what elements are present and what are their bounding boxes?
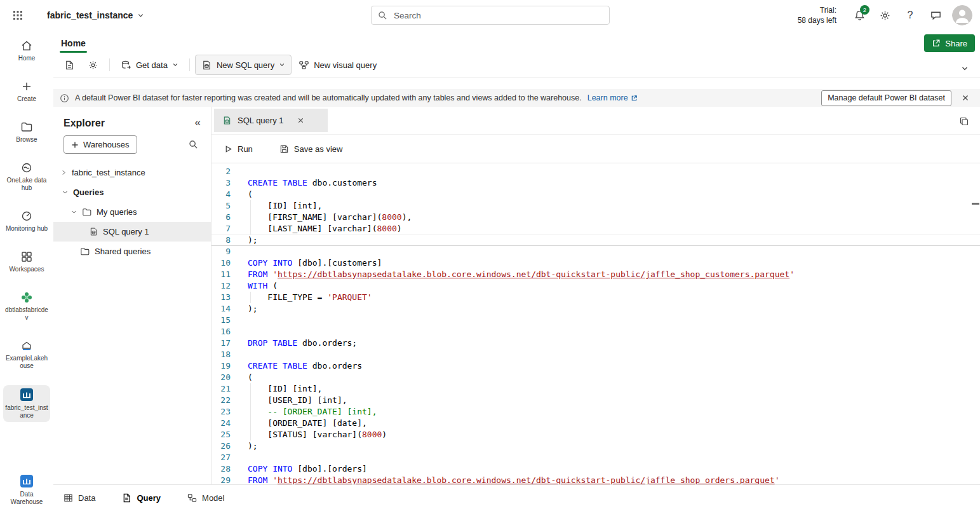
code-line[interactable]: 3CREATE TABLE dbo.customers bbox=[211, 177, 980, 189]
view-tab-data[interactable]: Data bbox=[64, 493, 95, 503]
explorer-header: Explorer « bbox=[53, 107, 211, 135]
query-doc-icon bbox=[122, 493, 131, 503]
chevron-down-icon bbox=[61, 189, 69, 195]
rail-item-fabric-test-instance[interactable]: fabric_test_instance bbox=[3, 385, 50, 422]
code-line[interactable]: 23 -- [ORDER_DATE] [int], bbox=[211, 406, 980, 418]
home-icon bbox=[20, 39, 33, 52]
warehouse-icon bbox=[20, 388, 34, 402]
view-tab-model[interactable]: Model bbox=[187, 493, 224, 503]
tree-item-warehouse[interactable]: fabric_test_instance bbox=[53, 163, 211, 182]
tree-item-label: My queries bbox=[97, 207, 137, 217]
tab-sql-query-1[interactable]: SQL query 1 bbox=[214, 109, 328, 132]
monitoring-icon bbox=[20, 210, 33, 222]
get-data-button[interactable]: Get data bbox=[115, 55, 184, 74]
query-settings-button[interactable] bbox=[82, 55, 104, 74]
workspace-switcher[interactable]: fabric_test_instance bbox=[47, 0, 144, 31]
view-tab-query[interactable]: Query bbox=[122, 493, 161, 503]
folder-icon bbox=[20, 121, 33, 133]
code-line[interactable]: 12WITH ( bbox=[211, 280, 980, 292]
code-line[interactable]: 11FROM 'https://dbtlabsynapsedatalake.bl… bbox=[211, 269, 980, 280]
run-icon bbox=[224, 145, 232, 153]
plus-icon bbox=[20, 80, 33, 93]
code-line[interactable]: 2 bbox=[211, 166, 980, 177]
run-button[interactable]: Run bbox=[220, 141, 257, 157]
code-line[interactable]: 7 [LAST_NAME] [varchar](8000) bbox=[211, 223, 980, 235]
rail-item-monitoring-hub[interactable]: Monitoring hub bbox=[3, 207, 50, 235]
account-avatar[interactable] bbox=[952, 5, 972, 25]
manage-default-dataset-button[interactable]: Manage default Power BI dataset bbox=[821, 90, 951, 106]
code-line[interactable]: 28COPY INTO [dbo].[orders] bbox=[211, 463, 980, 475]
rail-item-label: Create bbox=[17, 95, 36, 103]
rail-item-home[interactable]: Home bbox=[3, 37, 50, 65]
add-warehouses-button[interactable]: Warehouses bbox=[64, 135, 137, 154]
code-line[interactable]: 10COPY INTO [dbo].[customers] bbox=[211, 257, 980, 269]
code-line[interactable]: 29FROM 'https://dbtlabsynapsedatalake.bl… bbox=[211, 475, 980, 484]
tab-close-icon[interactable] bbox=[295, 114, 307, 127]
gear-icon bbox=[88, 60, 98, 71]
learn-more-link[interactable]: Learn more bbox=[587, 93, 638, 102]
rail-item-data-warehouse[interactable]: Data Warehouse bbox=[3, 472, 50, 508]
rail-item-examplelakehouse[interactable]: ExampleLakehouse bbox=[3, 337, 50, 372]
rail-item-onelake-data-hub[interactable]: OneLake data hub bbox=[3, 159, 50, 194]
line-number: 14 bbox=[211, 303, 231, 315]
code-line[interactable]: 9 bbox=[211, 246, 980, 257]
waffle-menu-icon[interactable] bbox=[8, 5, 28, 25]
bottom-view-switcher: Data Query Model bbox=[53, 484, 980, 511]
code-line[interactable]: 5 [ID] [int], bbox=[211, 200, 980, 212]
tree-item-queries[interactable]: Queries bbox=[53, 182, 211, 202]
code-line[interactable]: 18 bbox=[211, 349, 980, 360]
tree-item-sql-query-1[interactable]: SQL query 1 bbox=[53, 222, 211, 242]
tree-item-my-queries[interactable]: My queries bbox=[53, 202, 211, 222]
save-as-view-button[interactable]: Save as view bbox=[276, 141, 347, 157]
code-line[interactable]: 15 bbox=[211, 315, 980, 326]
sql-code-editor[interactable]: 23CREATE TABLE dbo.customers4(5 [ID] [in… bbox=[211, 163, 980, 484]
help-icon: ? bbox=[908, 10, 913, 21]
code-line[interactable]: 6 [FIRST_NAME] [varchar](8000), bbox=[211, 212, 980, 223]
rail-item-label: Data Warehouse bbox=[4, 491, 49, 506]
code-line[interactable]: 17DROP TABLE dbo.orders; bbox=[211, 337, 980, 349]
new-query-shortcut-button[interactable] bbox=[58, 55, 81, 74]
code-line[interactable]: 26); bbox=[211, 440, 980, 452]
rail-item-browse[interactable]: Browse bbox=[3, 118, 50, 146]
banner-close-icon[interactable] bbox=[957, 90, 974, 106]
help-button[interactable]: ? bbox=[897, 3, 923, 28]
code-line[interactable]: 16 bbox=[211, 326, 980, 337]
tab-home[interactable]: Home bbox=[55, 36, 92, 53]
line-number: 11 bbox=[211, 269, 231, 280]
tree-item-shared-queries[interactable]: Shared queries bbox=[53, 242, 211, 261]
new-visual-query-button[interactable]: New visual query bbox=[293, 55, 382, 74]
rail-item-workspaces[interactable]: Workspaces bbox=[3, 248, 50, 276]
rail-item-dbtlabsfabricdev[interactable]: dbtlabsfabricdev bbox=[3, 289, 50, 324]
chevron-right-icon bbox=[60, 170, 67, 175]
code-line[interactable]: 8); bbox=[211, 235, 980, 246]
code-line[interactable]: 24 [ORDER_DATE] [date], bbox=[211, 418, 980, 429]
line-number: 16 bbox=[211, 326, 231, 337]
collapse-panel-icon[interactable]: « bbox=[195, 116, 201, 129]
code-line[interactable]: 4( bbox=[211, 189, 980, 200]
code-line[interactable]: 13 FILE_TYPE = 'PARQUET' bbox=[211, 292, 980, 303]
code-line[interactable]: 22 [USER_ID] [int], bbox=[211, 395, 980, 406]
copy-icon[interactable] bbox=[957, 114, 972, 129]
notifications-button[interactable]: 2 bbox=[847, 3, 872, 28]
share-button[interactable]: Share bbox=[924, 34, 975, 52]
settings-button[interactable] bbox=[872, 3, 897, 28]
chevron-down-icon bbox=[279, 62, 285, 68]
code-line[interactable]: 21 [ID] [int], bbox=[211, 383, 980, 395]
search-input[interactable] bbox=[393, 10, 603, 21]
tree-item-label: fabric_test_instance bbox=[72, 168, 145, 177]
code-line[interactable]: 27 bbox=[211, 452, 980, 463]
top-bar: fabric_test_instance Trial: 58 days left… bbox=[0, 0, 980, 31]
code-line[interactable]: 25 [STATUS] [varchar](8000) bbox=[211, 429, 980, 440]
rail-item-create[interactable]: Create bbox=[3, 78, 50, 106]
feedback-button[interactable] bbox=[923, 3, 948, 28]
tree-item-label: Shared queries bbox=[95, 247, 151, 256]
new-sql-query-button[interactable]: New SQL query bbox=[195, 55, 292, 75]
code-editor-lines: 23CREATE TABLE dbo.customers4(5 [ID] [in… bbox=[211, 166, 980, 484]
code-line[interactable]: 14); bbox=[211, 303, 980, 315]
code-line[interactable]: 20( bbox=[211, 372, 980, 383]
line-number: 7 bbox=[211, 223, 231, 235]
ribbon: Home Share Get data New SQL query New vi… bbox=[53, 31, 980, 78]
ribbon-collapse-chevron-icon[interactable] bbox=[961, 65, 969, 72]
code-line[interactable]: 19CREATE TABLE dbo.orders bbox=[211, 360, 980, 372]
explorer-search-icon[interactable] bbox=[184, 136, 202, 154]
